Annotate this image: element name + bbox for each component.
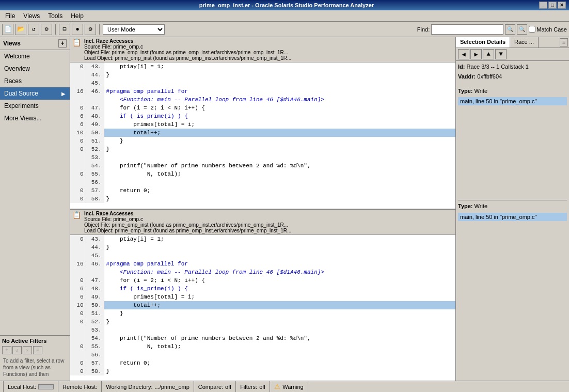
sidebar-item-dual-source[interactable]: Dual Source ▶ <box>0 87 70 100</box>
count-cell: 0 <box>70 235 86 243</box>
count-cell: 16 <box>70 87 86 96</box>
code-cell: total++; <box>104 301 455 309</box>
detail-type-row-top: Type: Write <box>458 87 567 95</box>
mode-select[interactable]: User Mode <box>103 24 165 35</box>
tab-selection-details[interactable]: Selection Details <box>456 37 510 48</box>
warning-segment: ⚠ Warning <box>270 381 308 392</box>
code-cell: } <box>104 137 455 145</box>
find-input[interactable] <box>431 24 503 35</box>
tab-race[interactable]: Race ... <box>510 37 539 48</box>
menu-tools[interactable]: Tools <box>45 11 66 21</box>
local-host-indicator <box>38 384 54 389</box>
sidebar-item-more-views[interactable]: More Views... <box>0 112 70 124</box>
count-cell: 0 <box>70 145 86 153</box>
sidebar-item-races[interactable]: Races <box>0 75 70 87</box>
count-cell: 10 <box>70 301 86 309</box>
sidebar-add-button[interactable]: + <box>58 39 67 48</box>
filters-segment: Filters: off <box>236 381 270 392</box>
separator <box>55 24 56 35</box>
lineno-cell: 49. <box>86 120 104 129</box>
warning-label: Warning <box>282 384 304 390</box>
filter-add-button[interactable]: + <box>2 346 11 354</box>
config-button[interactable]: ⚙ <box>85 24 96 35</box>
count-cell: 0 <box>70 342 86 351</box>
match-case-checkbox[interactable] <box>529 26 535 33</box>
count-cell <box>70 178 86 186</box>
lineno-cell <box>86 96 104 104</box>
lineno-cell: 56. <box>86 351 104 359</box>
top-source-scroll[interactable]: 043. ptiay[i] = 1;44.}45.1646.#pragma om… <box>70 62 455 209</box>
count-cell: 6 <box>70 112 86 120</box>
code-cell: #pragma omp parallel for <box>104 260 455 268</box>
titlebar-controls[interactable]: _ □ ✕ <box>539 2 566 9</box>
right-panel-menu-button[interactable]: ≡ <box>560 38 568 46</box>
lineno-cell: 52. <box>86 145 104 153</box>
nav-up-button[interactable]: ▲ <box>483 49 494 59</box>
sidebar-header: Views + <box>0 37 70 50</box>
code-cell: #pragma omp parallel for <box>104 87 455 96</box>
menu-help[interactable]: Help <box>68 11 87 21</box>
bottom-load-object: Load Object: prime_omp_inst (found as pr… <box>84 228 291 233</box>
code-cell <box>104 351 455 359</box>
count-cell: 16 <box>70 260 86 268</box>
refresh-button[interactable]: ↺ <box>28 24 39 35</box>
titlebar: prime_omp_inst.er - Oracle Solaris Studi… <box>0 0 569 10</box>
nav-next-button[interactable]: ▶ <box>470 49 482 59</box>
statusbar: Local Host: Remote Host: Working Directo… <box>0 381 569 392</box>
mode-selector[interactable]: User Mode <box>103 24 165 35</box>
detail-type-value-top: Write <box>475 88 487 94</box>
find-prev-button[interactable]: 🔍 <box>505 24 515 35</box>
filters-toolbar: + ↺ ✕ ≡ <box>2 346 68 354</box>
count-cell: 10 <box>70 129 86 137</box>
detail-location-bottom: main, line 50 in "prime_omp.c" <box>458 213 567 221</box>
code-cell: primes[total] = i; <box>104 293 455 301</box>
content-area: 📋 Incl. Race Accesses Source File: prime… <box>70 37 455 381</box>
nav-prev-button[interactable]: ◀ <box>458 49 469 59</box>
detail-type-label-bottom: Type: <box>458 203 473 209</box>
count-cell: 0 <box>70 170 86 178</box>
top-load-object: Load Object: prime_omp_inst (found as pr… <box>84 55 291 61</box>
filter-refresh-button[interactable]: ↺ <box>12 346 22 354</box>
count-cell: 6 <box>70 120 86 129</box>
sidebar-item-welcome[interactable]: Welcome <box>0 50 70 62</box>
close-button[interactable]: ✕ <box>558 2 566 9</box>
lineno-cell: 46. <box>86 87 104 96</box>
open-button[interactable]: 📂 <box>15 24 26 35</box>
count-cell <box>70 153 86 162</box>
count-cell: 6 <box>70 285 86 293</box>
lineno-cell: 51. <box>86 137 104 145</box>
filters-status-value: off <box>259 384 265 390</box>
filters-section: No Active Filters + ↺ ✕ ≡ To add a filte… <box>0 335 70 381</box>
filter-options-button[interactable]: ≡ <box>33 346 42 354</box>
lineno-cell: 57. <box>86 359 104 367</box>
lineno-cell: 55. <box>86 342 104 351</box>
code-cell: if ( is_prime(i) ) { <box>104 112 455 120</box>
top-object-file: Object File: prime_omp_inst (found as pr… <box>84 50 291 55</box>
menu-file[interactable]: File <box>2 11 18 21</box>
nav-down-button[interactable]: ▼ <box>495 49 507 59</box>
filter-delete-button[interactable]: ✕ <box>23 346 32 354</box>
toolbar: 📄 📂 ↺ ⚙ ⊟ ● ⚙ User Mode Find: 🔍 🔍 Match … <box>0 22 569 37</box>
count-cell <box>70 71 86 79</box>
count-cell <box>70 96 86 104</box>
filter-button[interactable]: ⊟ <box>59 24 70 35</box>
code-cell: } <box>104 318 455 326</box>
new-button[interactable]: 📄 <box>2 24 13 35</box>
working-dir-value: .../prime_omp <box>155 384 189 390</box>
find-next-button[interactable]: 🔍 <box>517 24 527 35</box>
settings-button[interactable]: ⚙ <box>41 24 52 35</box>
code-cell: return 0; <box>104 359 455 367</box>
sidebar-item-experiments[interactable]: Experiments <box>0 100 70 112</box>
bottom-source-scroll[interactable]: 043. ptiay[i] = 1;44.}45.1646.#pragma om… <box>70 235 455 381</box>
count-cell: 0 <box>70 359 86 367</box>
count-cell: 0 <box>70 318 86 326</box>
minimize-button[interactable]: _ <box>539 2 547 9</box>
menu-views[interactable]: Views <box>20 11 43 21</box>
right-panel-content: Id: Race 3/3 -- 1 Callstack 1 Vaddr: 0xf… <box>456 61 569 381</box>
match-case-label[interactable]: Match Case <box>529 26 567 33</box>
code-cell: } <box>104 309 455 318</box>
sidebar-item-overview[interactable]: Overview <box>0 62 70 75</box>
record-button[interactable]: ● <box>72 24 83 35</box>
maximize-button[interactable]: □ <box>548 2 557 9</box>
main-layout: Views + Welcome Overview Races Dual Sour… <box>0 37 569 381</box>
